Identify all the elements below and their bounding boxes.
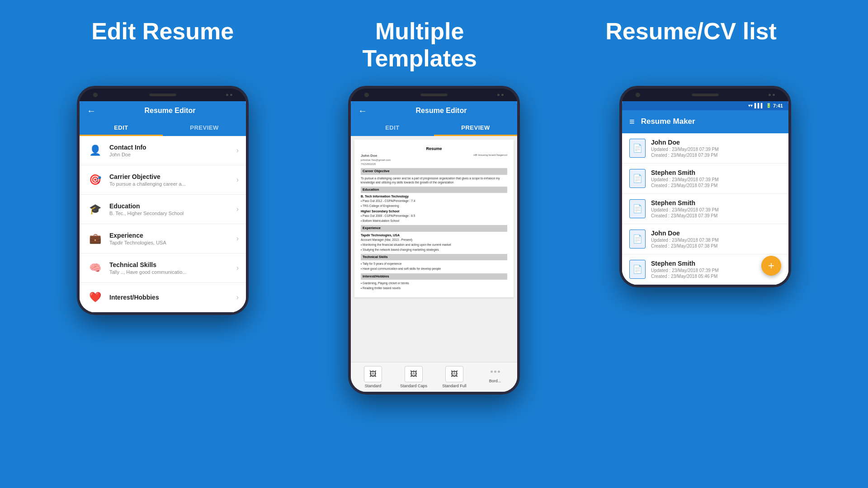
template-label-last: Bord... (489, 379, 501, 383)
phone-speaker (149, 94, 176, 96)
cv-updated-0: Updated : 23/May/2018 07:39 PM (651, 147, 781, 152)
section-heading-1: Edit Resume (91, 18, 234, 72)
cv-name-3: John Doe (651, 230, 781, 237)
tech2: • Have good communication and soft skill… (361, 267, 507, 271)
tab-preview-1[interactable]: PREVIEW (163, 121, 246, 136)
back-arrow-1[interactable]: ← (87, 106, 96, 116)
cv-info-1: Stephen Smith Updated : 23/May/2018 07:3… (651, 169, 781, 188)
cv-created-1: Created : 23/May/2018 07:39 PM (651, 183, 781, 188)
edu1-detail1: • Pass Out 2012 - CGPA/Percentage : 7.4 (361, 199, 507, 203)
menu-icon-3: 💼 (87, 230, 103, 247)
menu-item-3[interactable]: 💼 Experience Tapdir Technologies, USA › (80, 224, 246, 253)
menu-text-5: Interest/Hobbies (109, 294, 230, 301)
menu-chevron-1: › (236, 176, 239, 184)
menu-text-3: Experience Tapdir Technologies, USA (109, 232, 230, 245)
edu2-detail2: • Bottom Matriculation School (361, 219, 507, 223)
tab-edit-1[interactable]: EDIT (80, 121, 163, 136)
resume-name: John Doe (361, 153, 391, 158)
hamburger-icon[interactable]: ≡ (629, 117, 635, 127)
status-time: 7:41 (773, 103, 783, 108)
fab-add-button[interactable]: + (761, 256, 781, 276)
resume-location: HB Housing board Nagercol (473, 153, 507, 157)
resume-title: Resume (361, 146, 507, 152)
cv-item-2[interactable]: 📄 Stephen Smith Updated : 23/May/2018 07… (622, 194, 788, 224)
hobby2: • Reading thriller based novels (361, 286, 507, 290)
template-item-2[interactable]: 🖼 Standard Full (435, 366, 474, 388)
section-heading-3: Resume/CV list (605, 18, 777, 72)
menu-sub-2: B. Tec., Higher Secondary School (109, 211, 230, 216)
menu-text-0: Contact Info John Doe (109, 144, 230, 157)
menu-sub-1: To pursue a challenging career a... (109, 181, 230, 187)
career-obj-header: Career Objective (361, 168, 507, 175)
cv-name-1: Stephen Smith (651, 169, 781, 176)
edu2-title: Higher Secondary School (361, 209, 507, 214)
menu-label-5: Interest/Hobbies (109, 294, 230, 301)
tech-header: Technical Skills (361, 254, 507, 261)
tech1: • Tally for 5 years of experience (361, 262, 507, 266)
menu-text-4: Technical Skills Tally .., Have good com… (109, 261, 230, 275)
cv-created-3: Created : 23/May/2018 07:38 PM (651, 244, 781, 249)
cv-updated-1: Updated : 23/May/2018 07:39 PM (651, 177, 781, 182)
cv-created-0: Created : 23/May/2018 07:39 PM (651, 153, 781, 158)
phone-1: ← Resume Editor EDIT PREVIEW 👤 Contact I… (77, 86, 249, 315)
phone-speaker-3 (692, 94, 719, 96)
menu-icon-5: ❤️ (87, 289, 103, 305)
cv-created-4: Created : 23/May/2018 05:46 PM (651, 274, 781, 279)
phone-speaker-2 (420, 94, 448, 96)
tab-preview-2[interactable]: PREVIEW (434, 121, 517, 136)
menu-icon-2: 🎓 (87, 201, 103, 217)
menu-item-0[interactable]: 👤 Contact Info John Doe › (80, 136, 246, 165)
resume-paper: Resume John Doe johndoe.Yes@gmail.com 74… (354, 140, 514, 298)
exp1-role: Account Manager (Mar, 2013 - Present) (361, 238, 507, 242)
cv-item-3[interactable]: 📄 John Doe Updated : 23/May/2018 07:38 P… (622, 224, 788, 254)
tabs-2: EDIT PREVIEW (351, 121, 517, 136)
battery-icon: 🔋 (766, 103, 771, 108)
template-icon-2: 🖼 (445, 366, 463, 382)
app-header-title-2: Resume Editor (373, 107, 510, 115)
menu-chevron-5: › (236, 293, 239, 301)
menu-item-1[interactable]: 🎯 Carrier Objective To pursue a challeng… (80, 165, 246, 195)
exp1-detail1: • Monitoring the financial situation and… (361, 243, 507, 247)
menu-label-1: Carrier Objective (109, 173, 230, 180)
section-heading-2: Multiple Templates (363, 18, 477, 72)
cv-icon-1: 📄 (629, 169, 646, 188)
menu-item-5[interactable]: ❤️ Interest/Hobbies › (80, 283, 246, 312)
template-item-0[interactable]: 🖼 Standard (354, 366, 392, 388)
hobby1: • Gardening, Playing cricket or tennis (361, 281, 507, 285)
menu-text-2: Education B. Tec., Higher Secondary Scho… (109, 202, 230, 216)
menu-label-2: Education (109, 202, 230, 210)
cv-info-2: Stephen Smith Updated : 23/May/2018 07:3… (651, 199, 781, 218)
menu-item-4[interactable]: 🧠 Technical Skills Tally .., Have good c… (80, 253, 246, 283)
menu-icon-0: 👤 (87, 142, 103, 159)
menu-chevron-2: › (236, 205, 239, 213)
menu-chevron-3: › (236, 235, 239, 243)
template-dots (491, 366, 500, 377)
menu-sub-0: John Doe (109, 152, 230, 157)
edu2-detail1: • Pass Out 2008 - CGPA/Percentage : 8.5 (361, 214, 507, 218)
list-header: ≡ Resume Maker (622, 110, 788, 133)
cv-item-0[interactable]: 📄 John Doe Updated : 23/May/2018 07:39 P… (622, 133, 788, 164)
signal-icon: ▌▌▌ (755, 103, 764, 108)
menu-item-2[interactable]: 🎓 Education B. Tec., Higher Secondary Sc… (80, 195, 246, 224)
menu-sub-4: Tally .., Have good communicatio... (109, 269, 230, 275)
back-arrow-2[interactable]: ← (358, 106, 367, 116)
phone-3: ▾▾ ▌▌▌ 🔋 7:41 ≡ Resume Maker 📄 John Doe … (619, 86, 791, 287)
menu-label-0: Contact Info (109, 144, 230, 151)
menu-label-3: Experience (109, 232, 230, 239)
cv-item-1[interactable]: 📄 Stephen Smith Updated : 23/May/2018 07… (622, 164, 788, 194)
menu-icon-1: 🎯 (87, 172, 103, 188)
exp-header: Experience (361, 225, 507, 232)
cv-info-0: John Doe Updated : 23/May/2018 07:39 PM … (651, 139, 781, 158)
cv-name-2: Stephen Smith (651, 199, 781, 206)
edu-header: Education (361, 187, 507, 193)
template-item-1[interactable]: 🖼 Standard Caps (394, 366, 433, 388)
wifi-icon: ▾▾ (748, 103, 753, 108)
phone-dots-2 (497, 94, 504, 96)
template-item-3[interactable]: Bord... (476, 366, 514, 388)
tabs-1: EDIT PREVIEW (80, 121, 246, 136)
phone-camera-2 (364, 93, 369, 97)
cv-info-3: John Doe Updated : 23/May/2018 07:38 PM … (651, 230, 781, 249)
tab-edit-2[interactable]: EDIT (351, 121, 434, 136)
menu-text-1: Carrier Objective To pursue a challengin… (109, 173, 230, 187)
app-header-1: ← Resume Editor (80, 101, 246, 121)
